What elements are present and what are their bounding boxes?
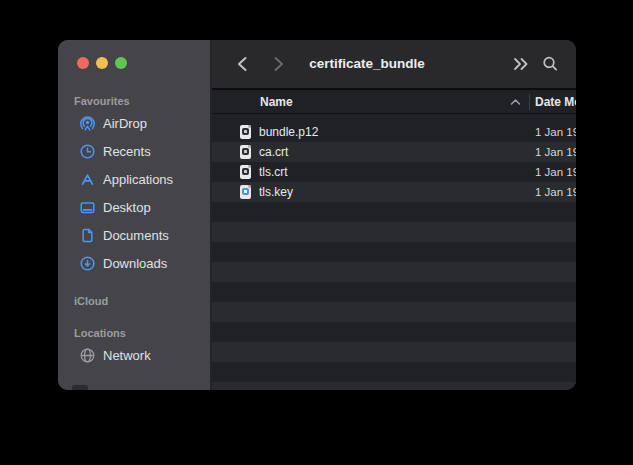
close-button[interactable] bbox=[77, 57, 89, 69]
sidebar-item-label: Applications bbox=[103, 172, 173, 187]
table-row[interactable]: tls.crt 1 Jan 1970 bbox=[212, 162, 576, 182]
sidebar-item-airdrop[interactable]: AirDrop bbox=[74, 109, 204, 137]
content-pane: certificate_bundle Name Date Modified bbox=[210, 40, 576, 390]
empty-row bbox=[212, 202, 576, 222]
empty-row bbox=[212, 282, 576, 302]
empty-row bbox=[212, 262, 576, 282]
zoom-button[interactable] bbox=[115, 57, 127, 69]
sidebar-item-label: Documents bbox=[103, 228, 169, 243]
minimize-button[interactable] bbox=[96, 57, 108, 69]
download-icon bbox=[79, 255, 96, 272]
key-file-icon bbox=[240, 185, 251, 199]
empty-row bbox=[212, 322, 576, 342]
file-date: 1 Jan 1970 bbox=[535, 146, 576, 158]
file-name: bundle.p12 bbox=[259, 125, 318, 139]
sidebar-section-icloud: iCloud bbox=[74, 293, 204, 309]
file-list: bundle.p12 1 Jan 1970 ca.crt 1 Jan 1970 … bbox=[212, 114, 576, 390]
sidebar-item-network[interactable]: Network bbox=[74, 341, 204, 369]
empty-row bbox=[212, 382, 576, 390]
show-more-chevrons-icon[interactable] bbox=[513, 57, 529, 72]
file-name: tls.crt bbox=[259, 165, 288, 179]
sidebar-item-applications[interactable]: Applications bbox=[74, 165, 204, 193]
file-name: ca.crt bbox=[259, 145, 288, 159]
sidebar-section-favourites: Favourites bbox=[74, 93, 204, 109]
list-top-padding bbox=[212, 114, 576, 122]
sidebar-item-recents[interactable]: Recents bbox=[74, 137, 204, 165]
finder-window: Favourites AirDrop Recents bbox=[58, 40, 576, 390]
file-date: 1 Jan 1970 bbox=[535, 166, 576, 178]
clock-icon bbox=[79, 143, 96, 160]
desktop-icon bbox=[79, 199, 96, 216]
list-header: Name Date Modified bbox=[212, 90, 576, 114]
certificate-file-icon bbox=[240, 125, 251, 139]
table-row[interactable]: bundle.p12 1 Jan 1970 bbox=[212, 122, 576, 142]
sidebar-item-label: Downloads bbox=[103, 256, 167, 271]
toolbar: certificate_bundle bbox=[212, 40, 576, 88]
sidebar-item-desktop[interactable]: Desktop bbox=[74, 193, 204, 221]
document-icon bbox=[79, 227, 96, 244]
table-row[interactable]: tls.key 1 Jan 1970 bbox=[212, 182, 576, 202]
column-header-name[interactable]: Name bbox=[260, 90, 293, 114]
globe-icon bbox=[79, 347, 96, 364]
window-title: certificate_bundle bbox=[212, 40, 522, 88]
file-date: 1 Jan 1970 bbox=[535, 186, 576, 198]
sidebar-nav: Favourites AirDrop Recents bbox=[58, 93, 210, 369]
sidebar-item-label: Network bbox=[103, 348, 151, 363]
clipped-sidebar-item bbox=[72, 385, 88, 390]
sidebar-item-documents[interactable]: Documents bbox=[74, 221, 204, 249]
sidebar-section-locations: Locations bbox=[74, 325, 204, 341]
certificate-file-icon bbox=[240, 145, 251, 159]
sidebar-item-label: Desktop bbox=[103, 200, 151, 215]
column-header-date-modified[interactable]: Date Modified bbox=[535, 90, 576, 114]
file-date: 1 Jan 1970 bbox=[535, 126, 576, 138]
sidebar: Favourites AirDrop Recents bbox=[58, 40, 210, 390]
table-row[interactable]: ca.crt 1 Jan 1970 bbox=[212, 142, 576, 162]
airdrop-icon bbox=[79, 115, 96, 132]
sidebar-item-downloads[interactable]: Downloads bbox=[74, 249, 204, 277]
search-icon[interactable] bbox=[542, 56, 559, 73]
window-controls bbox=[77, 57, 127, 69]
empty-row bbox=[212, 242, 576, 262]
sort-ascending-icon bbox=[510, 98, 521, 106]
sidebar-item-label: Recents bbox=[103, 144, 151, 159]
empty-row bbox=[212, 342, 576, 362]
applications-icon bbox=[79, 171, 96, 188]
file-name: tls.key bbox=[259, 185, 293, 199]
empty-row bbox=[212, 362, 576, 382]
certificate-file-icon bbox=[240, 165, 251, 179]
desktop-background: Favourites AirDrop Recents bbox=[0, 0, 633, 465]
sidebar-item-label: AirDrop bbox=[103, 116, 147, 131]
empty-row bbox=[212, 222, 576, 242]
empty-row bbox=[212, 302, 576, 322]
column-divider[interactable] bbox=[529, 94, 530, 110]
